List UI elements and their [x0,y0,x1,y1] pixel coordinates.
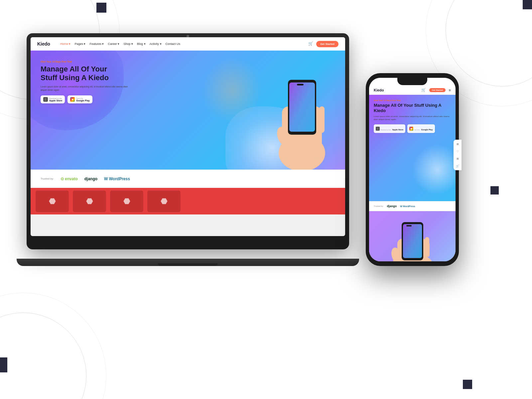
nav-home[interactable]: Home ▾ [60,42,71,46]
phone-store-buttons:  Download on the Apple Store ▶ Get It O… [374,124,451,133]
phone-django-logo: django [387,204,397,208]
phone-apple-icon:  [376,127,380,131]
cart-icon[interactable]: 🛒 [308,41,314,47]
phone-get-started-button[interactable]: Get Started [429,88,445,92]
laptop-body: Kiedo Home ▾ Pages ▾ Features ▾ Career ▾… [27,33,349,249]
side-icon-2[interactable]: ♡ [455,149,460,154]
phone-cart-icon[interactable]: 🛒 [421,88,426,92]
phone-screen: Kiedo 🛒 Get Started ≡ #Get Your 14 Days … [369,78,456,261]
phone-device: Kiedo 🛒 Get Started ≡ #Get Your 14 Days … [366,73,459,273]
deco-square-topright [523,0,532,9]
banner-item-4: ⬣ [147,191,181,212]
phone-google-label-small: Get It On [414,129,420,131]
nav-contact[interactable]: Contact Us [166,42,181,46]
phone-hand-illustration [382,212,442,262]
red-banner: ⬣ ⬣ ⬣ ⬣ [31,188,345,214]
apple-icon:  [43,97,48,102]
wordpress-logo: W WordPress [104,177,130,181]
phone-body: Kiedo 🛒 Get Started ≡ #Get Your 14 Days … [366,73,459,266]
banner-item-2: ⬣ [73,191,106,212]
side-icon-4[interactable]: 🛒 [455,164,460,168]
laptop-base [17,259,359,266]
bg-arc-bottomleft2 [0,293,106,399]
phone-hero-tag: #Get Your 14 Days Free Trial [374,99,451,101]
hero-title-line1: Manage All Of Your [41,65,107,73]
apple-store-button[interactable]:  Download on the Apple Store [41,95,65,103]
google-play-icon: ▶ [70,97,75,102]
apple-store-text: Download on the Apple Store [49,97,62,102]
banner-item-1: ⬣ [36,191,69,212]
side-icon-3[interactable]: ⊞ [455,156,460,161]
svg-rect-14 [403,224,422,258]
phone-notch [397,78,427,85]
phone-apple-store-button[interactable]:  Download on the Apple Store [374,124,405,133]
site-nav-links: Home ▾ Pages ▾ Features ▾ Career ▾ Shop … [60,42,308,46]
trusted-section: Trusted by: ⊙ envato django W WordPress [31,170,345,188]
deco-square-bottomright [463,380,472,389]
deco-square-midright [490,186,499,195]
phone-menu-icon[interactable]: ≡ [449,88,451,92]
nav-features[interactable]: Features ▾ [89,42,104,46]
svg-rect-17 [425,237,429,251]
phone-google-play-button[interactable]: ▶ Get It On Google Play [407,124,435,133]
phone-apple-label-big: Apple Store [392,129,403,131]
envato-logo: ⊙ envato [61,177,78,181]
nav-activity[interactable]: Activity ▾ [150,42,162,46]
hero-content: #Get Your 14 Days Free Trial Manage All … [41,61,134,103]
google-play-button[interactable]: ▶ Get It On Google Play [67,95,92,103]
phone-hero-section: #Get Your 14 Days Free Trial Manage All … [369,95,456,201]
phone-apple-label-small: Download on the [381,129,391,131]
side-icon-1[interactable]: ⊞ [455,142,460,146]
site-hero-section: #Get Your 14 Days Free Trial Manage All … [31,51,345,170]
phone-trusted-logos: django W WordPress [387,204,415,208]
phone-apple-store-text: Download on the Apple Store [381,126,403,132]
laptop-device: Kiedo Home ▾ Pages ▾ Features ▾ Career ▾… [27,33,349,266]
trusted-label: Trusted by: [41,177,54,180]
phone-google-label-big: Google Play [421,129,433,131]
nav-shop[interactable]: Shop ▾ [123,42,133,46]
hero-title: Manage All Of Your Stuff Using A Kiedo [41,65,134,82]
get-started-button[interactable]: Get Started [316,41,338,47]
site-navbar: Kiedo Home ▾ Pages ▾ Features ▾ Career ▾… [31,37,345,51]
phone-google-icon: ▶ [409,127,413,131]
phone-hand-section [369,211,456,261]
nav-pages[interactable]: Pages ▾ [74,42,85,46]
deco-square-topleft [96,3,106,13]
hero-tag: #Get Your 14 Days Free Trial [41,61,134,63]
phone-wordpress-logo: W WordPress [400,205,415,207]
phone-hero-content: #Get Your 14 Days Free Trial Manage All … [374,99,451,133]
nav-blog[interactable]: Blog ▾ [137,42,146,46]
phone-hero-description: Lorem ipsum dolor sit amet, consectetur … [374,115,451,121]
google-play-label-big: Google Play [76,99,89,102]
svg-rect-8 [319,106,325,125]
site-logo: Kiedo [37,41,50,47]
svg-rect-5 [289,82,315,132]
laptop-hero-phone-hand [265,60,338,170]
phone-hero-title: Manage All Of Your Stuff Using A Kiedo [374,103,451,113]
phone-google-play-text: Get It On Google Play [414,126,433,132]
apple-store-label-big: Apple Store [49,99,62,102]
svg-rect-15 [406,225,412,226]
store-buttons:  Download on the Apple Store ▶ Get It O… [41,95,134,103]
laptop-screen: Kiedo Home ▾ Pages ▾ Features ▾ Career ▾… [31,37,345,236]
svg-rect-6 [297,84,304,85]
hero-title-line2: Stuff Using A Kiedo [41,73,109,82]
phone-hero-blob-2 [412,145,456,195]
django-logo: django [84,177,97,181]
phone-trusted-section: Trusted by: django W WordPress [369,201,456,211]
hero-description: Lorem ipsum dolor sit amet, consectetur … [41,85,134,92]
bg-arc-bottomleft [0,313,86,399]
phone-side-icons: ⊞ ♡ ⊞ 🛒 [454,140,462,170]
deco-square-bottomleft [0,357,7,372]
phone-site-logo: Kiedo [374,88,419,92]
nav-career[interactable]: Career ▾ [108,42,119,46]
google-play-text: Get It On Google Play [76,97,89,102]
phone-trusted-label: Trusted by: [374,205,384,207]
banner-item-3: ⬣ [110,191,143,212]
